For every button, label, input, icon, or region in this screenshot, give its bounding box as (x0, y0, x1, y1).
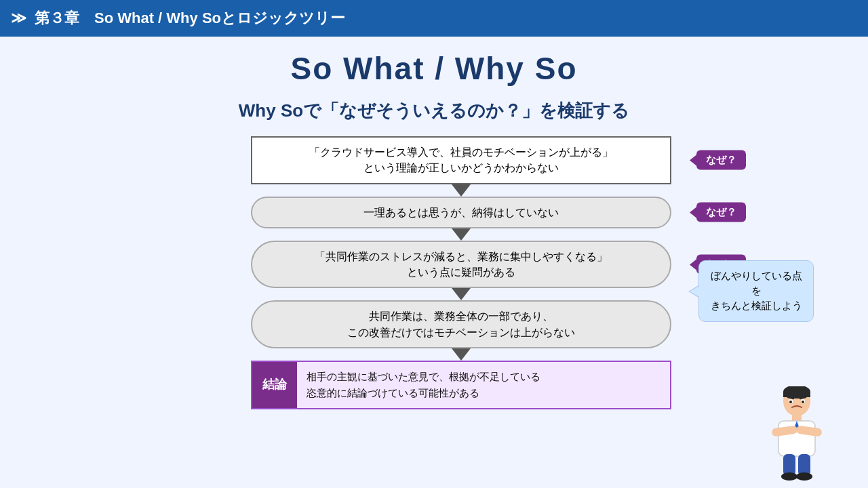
conclusion-text: 相手の主観に基づいた意見で、根拠が不足している 恣意的に結論づけている可能性があ… (297, 362, 550, 408)
flow-box-2-text: 一理あるとは思うが、納得はしていない (363, 207, 559, 218)
character-illustration (760, 386, 834, 474)
flow-box-2: 一理あるとは思うが、納得はしていない (251, 197, 671, 228)
flow-row-4: 共同作業は、業務全体の一部であり、 この改善だけではモチベーションは上がらない (251, 300, 671, 348)
sub-heading: Why Soで「なぜそういえるのか？」を検証する (20, 99, 848, 123)
flow-box-1-line1: 「クラウドサービス導入で、社員のモチベーションが上がる」 (309, 146, 613, 158)
conclusion-box: 結論 相手の主観に基づいた意見で、根拠が不足している 恣意的に結論づけている可能… (251, 361, 671, 409)
flow-row-conclusion: 結論 相手の主観に基づいた意見で、根拠が不足している 恣意的に結論づけている可能… (251, 361, 671, 409)
conclusion-text-line2: 恣意的に結論づけている可能性がある (307, 387, 479, 399)
comment-bubble: ぼんやりしている点を きちんと検証しよう (698, 260, 814, 322)
arrow-3 (452, 288, 471, 300)
flow-box-4: 共同作業は、業務全体の一部であり、 この改善だけではモチベーションは上がらない (251, 300, 671, 348)
header: ≫ 第３章 So What / Why Soとロジックツリー (0, 0, 868, 37)
flow-row-3: 「共同作業のストレスが減ると、業務に集中しやすくなる」 という点に疑問がある な… (251, 241, 671, 289)
arrow-2 (452, 228, 471, 241)
flow-box-3: 「共同作業のストレスが減ると、業務に集中しやすくなる」 という点に疑問がある (251, 241, 671, 289)
conclusion-label: 結論 (252, 362, 297, 408)
naze-bubble-2: なぜ？ (696, 203, 746, 222)
flow-box-4-line2: この改善だけではモチベーションは上がらない (347, 327, 575, 338)
svg-rect-9 (792, 414, 802, 421)
flow-box-3-line1: 「共同作業のストレスが減ると、業務に集中しやすくなる」 (315, 251, 608, 262)
svg-point-17 (796, 472, 812, 481)
main-content: So What / Why So Why Soで「なぜそういえるのか？」を検証す… (0, 37, 868, 488)
chevrons-icon: ≫ (11, 9, 26, 27)
svg-point-5 (789, 401, 792, 403)
arrow-1 (452, 184, 471, 197)
page-title: So What / Why So (20, 50, 848, 87)
naze-bubble-1: なぜ？ (696, 150, 746, 170)
flow-row-1: 「クラウドサービス導入で、社員のモチベーションが上がる」 という理論が正しいかど… (251, 136, 671, 184)
flow-box-1: 「クラウドサービス導入で、社員のモチベーションが上がる」 という理論が正しいかど… (251, 136, 671, 184)
flow-box-1-line2: という理論が正しいかどうかわからない (363, 162, 559, 174)
conclusion-text-line1: 相手の主観に基づいた意見で、根拠が不足している (307, 371, 540, 382)
header-title: 第３章 So What / Why Soとロジックツリー (35, 8, 345, 28)
svg-point-6 (802, 401, 804, 403)
flow-box-3-line2: という点に疑問がある (407, 266, 515, 278)
arrow-4 (452, 348, 471, 361)
comment-line1: ぼんやりしている点を (711, 270, 802, 296)
svg-rect-2 (783, 392, 810, 397)
flow-row-2: 一理あるとは思うが、納得はしていない なぜ？ (251, 197, 671, 228)
svg-point-16 (781, 472, 797, 481)
flow-box-4-line1: 共同作業は、業務全体の一部であり、 (369, 310, 553, 322)
comment-line2: きちんと検証しよう (711, 300, 802, 311)
